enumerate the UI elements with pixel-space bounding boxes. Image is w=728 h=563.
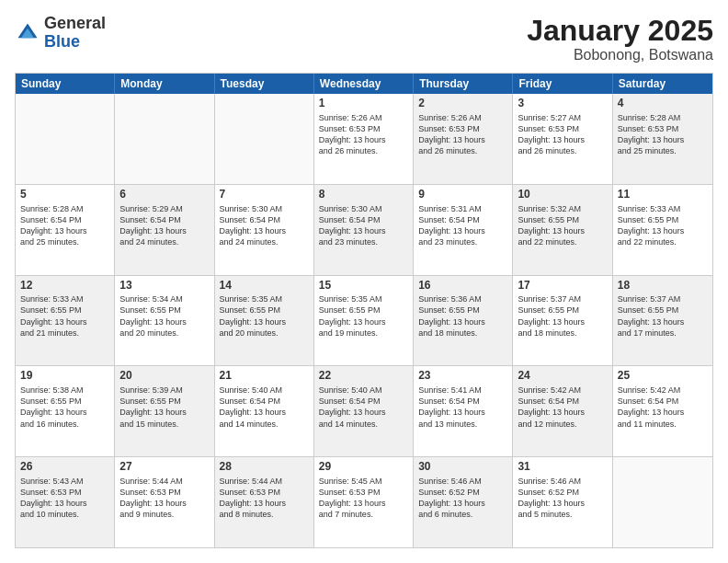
day-number: 26 xyxy=(20,460,109,475)
cal-day-16: 16Sunrise: 5:36 AM Sunset: 6:55 PM Dayli… xyxy=(414,276,513,366)
cal-empty-0-1 xyxy=(115,94,214,184)
cal-day-29: 29Sunrise: 5:45 AM Sunset: 6:53 PM Dayli… xyxy=(314,457,414,547)
day-number: 12 xyxy=(20,279,109,293)
day-number: 25 xyxy=(618,369,708,384)
cell-info: Sunrise: 5:35 AM Sunset: 6:55 PM Dayligh… xyxy=(220,293,309,339)
cell-info: Sunrise: 5:32 AM Sunset: 6:55 PM Dayligh… xyxy=(518,203,607,248)
day-number: 23 xyxy=(418,369,507,384)
cal-day-28: 28Sunrise: 5:44 AM Sunset: 6:53 PM Dayli… xyxy=(215,457,314,547)
cal-day-4: 4Sunrise: 5:28 AM Sunset: 6:53 PM Daylig… xyxy=(613,94,712,184)
day-number: 1 xyxy=(319,97,408,111)
cell-info: Sunrise: 5:30 AM Sunset: 6:54 PM Dayligh… xyxy=(319,203,408,248)
day-number: 5 xyxy=(20,188,109,202)
location: Bobonong, Botswana xyxy=(527,47,713,63)
cell-info: Sunrise: 5:30 AM Sunset: 6:54 PM Dayligh… xyxy=(220,203,309,248)
day-number: 11 xyxy=(618,188,708,202)
cell-info: Sunrise: 5:45 AM Sunset: 6:53 PM Dayligh… xyxy=(319,476,408,521)
title-block: January 2025 Bobonong, Botswana xyxy=(527,15,713,63)
header: General Blue January 2025 Bobonong, Bots… xyxy=(15,15,713,63)
calendar-body: 1Sunrise: 5:26 AM Sunset: 6:53 PM Daylig… xyxy=(16,94,712,547)
calendar-row-4: 26Sunrise: 5:43 AM Sunset: 6:53 PM Dayli… xyxy=(16,456,712,547)
cal-day-2: 2Sunrise: 5:26 AM Sunset: 6:53 PM Daylig… xyxy=(414,94,513,184)
cal-day-3: 3Sunrise: 5:27 AM Sunset: 6:53 PM Daylig… xyxy=(513,94,612,184)
cell-info: Sunrise: 5:46 AM Sunset: 6:52 PM Dayligh… xyxy=(418,476,507,521)
day-number: 28 xyxy=(220,460,309,475)
day-number: 19 xyxy=(20,369,109,384)
cell-info: Sunrise: 5:31 AM Sunset: 6:54 PM Dayligh… xyxy=(418,203,507,248)
cal-day-5: 5Sunrise: 5:28 AM Sunset: 6:54 PM Daylig… xyxy=(16,185,115,275)
cell-info: Sunrise: 5:36 AM Sunset: 6:55 PM Dayligh… xyxy=(418,293,507,339)
day-number: 8 xyxy=(319,188,408,202)
day-number: 14 xyxy=(220,279,309,293)
calendar-header: SundayMondayTuesdayWednesdayThursdayFrid… xyxy=(16,74,712,94)
cell-info: Sunrise: 5:40 AM Sunset: 6:54 PM Dayligh… xyxy=(220,385,309,430)
cal-day-1: 1Sunrise: 5:26 AM Sunset: 6:53 PM Daylig… xyxy=(314,94,414,184)
cal-empty-0-2 xyxy=(215,94,314,184)
cal-day-26: 26Sunrise: 5:43 AM Sunset: 6:53 PM Dayli… xyxy=(16,457,115,547)
cal-day-22: 22Sunrise: 5:40 AM Sunset: 6:54 PM Dayli… xyxy=(314,366,414,456)
cell-info: Sunrise: 5:38 AM Sunset: 6:55 PM Dayligh… xyxy=(20,385,109,430)
calendar-row-2: 12Sunrise: 5:33 AM Sunset: 6:55 PM Dayli… xyxy=(16,275,712,366)
header-day-sunday: Sunday xyxy=(16,74,115,94)
calendar: SundayMondayTuesdayWednesdayThursdayFrid… xyxy=(15,73,713,548)
cal-day-12: 12Sunrise: 5:33 AM Sunset: 6:55 PM Dayli… xyxy=(16,276,115,366)
cal-day-9: 9Sunrise: 5:31 AM Sunset: 6:54 PM Daylig… xyxy=(414,185,513,275)
calendar-row-0: 1Sunrise: 5:26 AM Sunset: 6:53 PM Daylig… xyxy=(16,94,712,184)
cell-info: Sunrise: 5:43 AM Sunset: 6:53 PM Dayligh… xyxy=(20,476,109,521)
cal-day-14: 14Sunrise: 5:35 AM Sunset: 6:55 PM Dayli… xyxy=(215,276,314,366)
logo-blue: Blue xyxy=(44,32,80,51)
day-number: 29 xyxy=(319,460,408,475)
day-number: 10 xyxy=(518,188,607,202)
cell-info: Sunrise: 5:40 AM Sunset: 6:54 PM Dayligh… xyxy=(319,385,408,430)
cell-info: Sunrise: 5:41 AM Sunset: 6:54 PM Dayligh… xyxy=(418,385,507,430)
day-number: 2 xyxy=(418,97,507,111)
cal-day-8: 8Sunrise: 5:30 AM Sunset: 6:54 PM Daylig… xyxy=(314,185,414,275)
day-number: 3 xyxy=(518,97,607,111)
day-number: 13 xyxy=(119,279,209,293)
day-number: 9 xyxy=(418,188,507,202)
cal-day-11: 11Sunrise: 5:33 AM Sunset: 6:55 PM Dayli… xyxy=(613,185,712,275)
day-number: 27 xyxy=(119,460,209,475)
calendar-row-1: 5Sunrise: 5:28 AM Sunset: 6:54 PM Daylig… xyxy=(16,184,712,275)
cal-day-19: 19Sunrise: 5:38 AM Sunset: 6:55 PM Dayli… xyxy=(16,366,115,456)
cal-day-17: 17Sunrise: 5:37 AM Sunset: 6:55 PM Dayli… xyxy=(513,276,612,366)
cell-info: Sunrise: 5:29 AM Sunset: 6:54 PM Dayligh… xyxy=(119,203,209,248)
day-number: 30 xyxy=(418,460,507,475)
cal-day-30: 30Sunrise: 5:46 AM Sunset: 6:52 PM Dayli… xyxy=(414,457,513,547)
cell-info: Sunrise: 5:26 AM Sunset: 6:53 PM Dayligh… xyxy=(418,112,507,157)
cal-empty-4-6 xyxy=(613,457,712,547)
cell-info: Sunrise: 5:27 AM Sunset: 6:53 PM Dayligh… xyxy=(518,112,607,157)
cal-day-23: 23Sunrise: 5:41 AM Sunset: 6:54 PM Dayli… xyxy=(414,366,513,456)
day-number: 4 xyxy=(618,97,708,111)
cal-day-10: 10Sunrise: 5:32 AM Sunset: 6:55 PM Dayli… xyxy=(513,185,612,275)
logo-icon xyxy=(15,20,40,46)
cal-day-13: 13Sunrise: 5:34 AM Sunset: 6:55 PM Dayli… xyxy=(115,276,214,366)
cal-day-18: 18Sunrise: 5:37 AM Sunset: 6:55 PM Dayli… xyxy=(613,276,712,366)
cell-info: Sunrise: 5:46 AM Sunset: 6:52 PM Dayligh… xyxy=(518,476,607,521)
day-number: 21 xyxy=(220,369,309,384)
logo-general: General xyxy=(44,14,106,32)
cell-info: Sunrise: 5:44 AM Sunset: 6:53 PM Dayligh… xyxy=(119,476,209,521)
cal-day-6: 6Sunrise: 5:29 AM Sunset: 6:54 PM Daylig… xyxy=(115,185,214,275)
cell-info: Sunrise: 5:42 AM Sunset: 6:54 PM Dayligh… xyxy=(518,385,607,430)
month-title: January 2025 xyxy=(527,15,713,47)
cell-info: Sunrise: 5:34 AM Sunset: 6:55 PM Dayligh… xyxy=(119,293,209,339)
cell-info: Sunrise: 5:28 AM Sunset: 6:54 PM Dayligh… xyxy=(20,203,109,248)
day-number: 24 xyxy=(518,369,607,384)
cal-day-25: 25Sunrise: 5:42 AM Sunset: 6:54 PM Dayli… xyxy=(613,366,712,456)
header-day-thursday: Thursday xyxy=(414,74,513,94)
cell-info: Sunrise: 5:33 AM Sunset: 6:55 PM Dayligh… xyxy=(20,293,109,339)
day-number: 15 xyxy=(319,279,408,293)
logo-text: General Blue xyxy=(44,15,106,52)
cal-day-24: 24Sunrise: 5:42 AM Sunset: 6:54 PM Dayli… xyxy=(513,366,612,456)
logo: General Blue xyxy=(15,15,106,52)
header-day-saturday: Saturday xyxy=(613,74,712,94)
day-number: 20 xyxy=(119,369,209,384)
header-day-friday: Friday xyxy=(513,74,612,94)
cell-info: Sunrise: 5:39 AM Sunset: 6:55 PM Dayligh… xyxy=(119,385,209,430)
cal-day-7: 7Sunrise: 5:30 AM Sunset: 6:54 PM Daylig… xyxy=(215,185,314,275)
day-number: 22 xyxy=(319,369,408,384)
header-day-tuesday: Tuesday xyxy=(215,74,314,94)
calendar-row-3: 19Sunrise: 5:38 AM Sunset: 6:55 PM Dayli… xyxy=(16,365,712,456)
cell-info: Sunrise: 5:26 AM Sunset: 6:53 PM Dayligh… xyxy=(319,112,408,157)
